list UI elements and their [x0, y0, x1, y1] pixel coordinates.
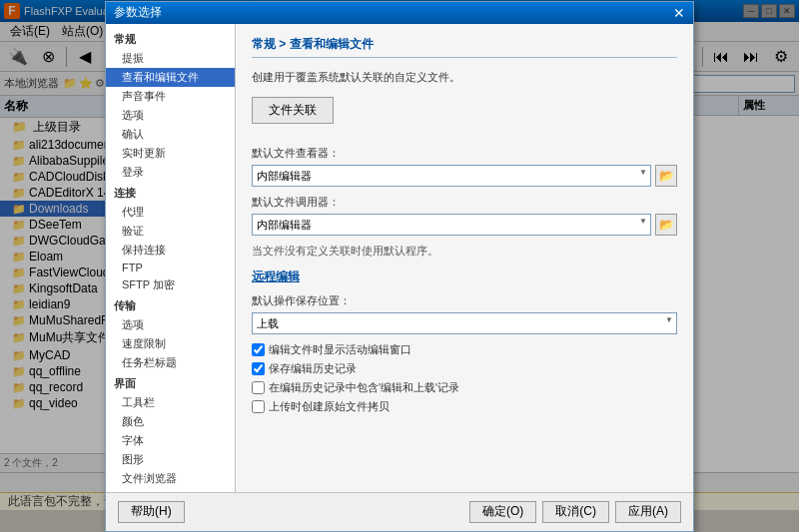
nav-item-confirm[interactable]: 确认: [106, 125, 235, 144]
checkbox-label-3: 在编辑历史记录中包含'编辑和上载'记录: [269, 380, 459, 395]
checkbox-label-4: 上传时创建原始文件拷贝: [269, 399, 390, 414]
hint-text: 当文件没有定义关联时使用默认程序。: [252, 244, 677, 259]
nav-item-graphics[interactable]: 图形: [106, 450, 235, 469]
nav-item-options[interactable]: 选项: [106, 106, 235, 125]
nav-section-transfer: 传输: [106, 294, 235, 315]
dialog-body: 常规 提振 查看和编辑文件 声音事件 选项 确认 实时更新 登录 连接 代理 验…: [106, 24, 693, 492]
viewer-select-wrapper: 内部编辑器: [252, 165, 651, 187]
viewer-row: 内部编辑器 📂: [252, 165, 677, 187]
nav-item-ftp[interactable]: FTP: [106, 260, 235, 275]
checkbox-label-1: 编辑文件时显示活动编辑窗口: [269, 342, 411, 357]
nav-section-general: 常规: [106, 28, 235, 49]
nav-item-view-edit[interactable]: 查看和编辑文件: [106, 68, 235, 87]
dialog-content: 常规 > 查看和编辑文件 创建用于覆盖系统默认关联的自定义文件。 文件关联 默认…: [236, 24, 693, 492]
nav-item-toolbar[interactable]: 工具栏: [106, 393, 235, 412]
nav-section-ui: 界面: [106, 372, 235, 393]
checkbox-label-2: 保存编辑历史记录: [269, 361, 357, 376]
section-title: 常规 > 查看和编辑文件: [252, 34, 677, 58]
editor-select-wrapper: 内部编辑器: [252, 214, 651, 236]
nav-item-taskbar[interactable]: 任务栏标题: [106, 353, 235, 372]
section-description: 创建用于覆盖系统默认关联的自定义文件。: [252, 70, 677, 85]
checkbox-create-backup[interactable]: [252, 400, 265, 413]
nav-item-transfer-options[interactable]: 选项: [106, 315, 235, 334]
nav-item-speed-limit[interactable]: 速度限制: [106, 334, 235, 353]
nav-item-keepalive[interactable]: 保持连接: [106, 241, 235, 260]
remote-save-select[interactable]: 上载: [252, 312, 677, 334]
params-dialog: 参数选择 ✕ 常规 提振 查看和编辑文件 声音事件 选项 确认 实时更新 登录 …: [105, 1, 694, 532]
nav-item-colors[interactable]: 颜色: [106, 412, 235, 431]
editor-row: 内部编辑器 📂: [252, 214, 677, 236]
nav-item-live-update[interactable]: 实时更新: [106, 144, 235, 163]
nav-item-sound[interactable]: 声音事件: [106, 87, 235, 106]
nav-item-login[interactable]: 登录: [106, 163, 235, 182]
checkbox-row-3: 在编辑历史记录中包含'编辑和上载'记录: [252, 380, 677, 395]
checkbox-row-2: 保存编辑历史记录: [252, 361, 677, 376]
editor-browse-button[interactable]: 📂: [655, 214, 677, 236]
editor-label: 默认文件调用器：: [252, 195, 677, 210]
viewer-label: 默认文件查看器：: [252, 146, 677, 161]
nav-item-file-browser[interactable]: 文件浏览器: [106, 469, 235, 488]
remote-save-select-wrapper: 上载: [252, 312, 677, 334]
checkbox-row-4: 上传时创建原始文件拷贝: [252, 399, 677, 414]
help-button[interactable]: 帮助(H): [118, 501, 185, 523]
checkbox-include-upload[interactable]: [252, 381, 265, 394]
remote-save-label: 默认操作保存位置：: [252, 293, 677, 308]
remote-save-row: 上载: [252, 312, 677, 334]
nav-item-sftp[interactable]: SFTP 加密: [106, 275, 235, 294]
cancel-button[interactable]: 取消(C): [542, 501, 609, 523]
dialog-nav: 常规 提振 查看和编辑文件 声音事件 选项 确认 实时更新 登录 连接 代理 验…: [106, 24, 236, 492]
checkbox-show-edit-window[interactable]: [252, 343, 265, 356]
nav-item-font[interactable]: 字体: [106, 431, 235, 450]
checkbox-save-history[interactable]: [252, 362, 265, 375]
viewer-select[interactable]: 内部编辑器: [252, 165, 651, 187]
file-assoc-button[interactable]: 文件关联: [252, 97, 334, 124]
editor-select[interactable]: 内部编辑器: [252, 214, 651, 236]
nav-item-auth[interactable]: 验证: [106, 222, 235, 241]
dialog-footer: 帮助(H) 确定(O) 取消(C) 应用(A): [106, 492, 693, 531]
viewer-browse-button[interactable]: 📂: [655, 165, 677, 187]
nav-item-vibration[interactable]: 提振: [106, 49, 235, 68]
ok-button[interactable]: 确定(O): [469, 501, 536, 523]
dialog-close-button[interactable]: ✕: [673, 5, 685, 21]
modal-overlay: 参数选择 ✕ 常规 提振 查看和编辑文件 声音事件 选项 确认 实时更新 登录 …: [0, 0, 799, 532]
apply-button[interactable]: 应用(A): [615, 501, 681, 523]
nav-section-connection: 连接: [106, 182, 235, 203]
checkbox-row-1: 编辑文件时显示活动编辑窗口: [252, 342, 677, 357]
nav-item-proxy[interactable]: 代理: [106, 203, 235, 222]
dialog-title-text: 参数选择: [114, 4, 162, 21]
dialog-title-bar: 参数选择 ✕: [106, 2, 693, 24]
remote-edit-label: 远程编辑: [252, 268, 677, 285]
